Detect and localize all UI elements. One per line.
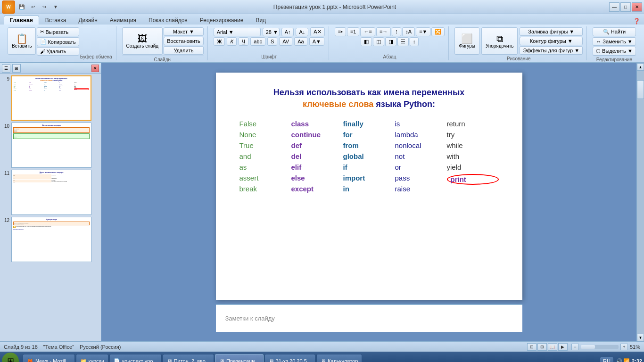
tab-home[interactable]: Главная bbox=[4, 16, 39, 25]
clear-format-btn[interactable]: A✕ bbox=[310, 27, 324, 36]
delete-btn[interactable]: Удалить bbox=[164, 46, 203, 55]
shape-effects-btn[interactable]: Эффекты для фигур ▼ bbox=[520, 46, 583, 55]
new-slide-btn[interactable]: 🖼 Создать слайд bbox=[122, 27, 163, 55]
titlebar-left: W 💾 ↩ ↪ ▼ bbox=[0, 0, 60, 14]
slide-item-12[interactable]: 12 Функция ввода name = input("Введите с… bbox=[2, 217, 99, 262]
kw-try: try bbox=[447, 131, 499, 139]
panel-view-btn1[interactable]: ☰ bbox=[2, 64, 10, 73]
slideshow-btn[interactable]: ▶ bbox=[558, 343, 568, 351]
bold-btn[interactable]: Ж bbox=[214, 37, 225, 46]
taskbar-folder[interactable]: 📁 курсач bbox=[76, 354, 109, 362]
align-right-btn[interactable]: ◨ bbox=[385, 37, 396, 46]
justify-btn[interactable]: ☰ bbox=[397, 37, 409, 46]
text-direction-btn[interactable]: ↕A bbox=[402, 27, 415, 36]
shadow-btn[interactable]: S bbox=[267, 37, 277, 46]
start-button[interactable]: ⊞ bbox=[2, 353, 19, 362]
taskbar-pp1[interactable]: 🖥 Питон_2_вво... bbox=[163, 354, 214, 362]
shape-fill-btn[interactable]: Заливка фигуры ▼ bbox=[520, 27, 583, 36]
save-quick-btn[interactable]: 💾 bbox=[17, 2, 26, 12]
slide-thumb-11[interactable]: Другие математические операции x+yСложен… bbox=[11, 170, 91, 215]
layout-btn[interactable]: Макет ▼ bbox=[164, 27, 203, 36]
panel-close-btn[interactable]: ✕ bbox=[91, 65, 99, 72]
format-painter-btn[interactable]: 🖌 Удалить bbox=[37, 47, 79, 56]
tab-review[interactable]: Рецензирование bbox=[194, 16, 250, 25]
reading-view-btn[interactable]: 📖 bbox=[548, 343, 557, 351]
numbered-list-btn[interactable]: ≡1 bbox=[347, 27, 360, 36]
taskbar-pp3[interactable]: 🖥 31-хз 20 20 5... bbox=[264, 354, 315, 362]
notes-area[interactable]: Заметки к слайду bbox=[216, 304, 522, 332]
tab-slideshow[interactable]: Показ слайдов bbox=[142, 16, 194, 25]
scroll-thumb[interactable] bbox=[637, 80, 644, 99]
zoom-in-btn[interactable]: + bbox=[620, 344, 628, 350]
font-size-decrease[interactable]: A↓ bbox=[296, 28, 308, 36]
kw-except: except bbox=[291, 185, 343, 193]
zoom-out-btn[interactable]: − bbox=[571, 344, 579, 350]
maximize-btn[interactable]: □ bbox=[620, 2, 631, 12]
font-name-selector[interactable]: Arial ▼ bbox=[214, 28, 261, 36]
main-area: ☰ ⊞ ✕ 9 Нельзя использовать как имена пе… bbox=[0, 63, 644, 341]
taskbar-mozilla[interactable]: 🦊 News - Mozill... bbox=[23, 354, 75, 362]
taskbar-pp2[interactable]: 🖥 Презентаци... bbox=[215, 354, 264, 362]
undo-btn[interactable]: ↩ bbox=[28, 2, 38, 12]
minimize-btn[interactable]: — bbox=[609, 2, 619, 12]
panel-view-btn2[interactable]: ⊞ bbox=[12, 64, 21, 73]
shape-outline-btn[interactable]: Контур фигуры ▼ bbox=[520, 37, 583, 45]
replace-btn[interactable]: ↔ Заменить ▼ bbox=[593, 37, 636, 46]
copy-btn[interactable]: 📄 Копировать bbox=[37, 37, 79, 46]
find-btn[interactable]: 🔍 Найти bbox=[593, 27, 636, 36]
editing-btns: 🔍 Найти ↔ Заменить ▼ ⬡ Выделить ▼ bbox=[593, 27, 636, 56]
bullet-list-btn[interactable]: ≡• bbox=[335, 27, 346, 36]
underline-btn[interactable]: Ч bbox=[239, 37, 248, 46]
redo-btn[interactable]: ↪ bbox=[40, 2, 49, 12]
align-left-btn[interactable]: ◧ bbox=[361, 37, 372, 46]
strikethrough-btn[interactable]: abc bbox=[250, 37, 265, 46]
slide-item-9[interactable]: 9 Нельзя использовать как имена переменн… bbox=[2, 75, 99, 121]
taskbar-doc1[interactable]: 📄 конспект уро... bbox=[109, 354, 162, 362]
language-btn[interactable]: RU bbox=[600, 357, 614, 362]
font-label: Шрифт bbox=[214, 53, 325, 59]
clipboard-label: Буфер обмена bbox=[80, 53, 112, 59]
slide-thumb-12[interactable]: Функция ввода name = input("Введите своё… bbox=[11, 217, 91, 262]
align-center-btn[interactable]: ◫ bbox=[373, 37, 384, 46]
italic-btn[interactable]: К bbox=[227, 37, 236, 46]
select-btn[interactable]: ⬡ Выделить ▼ bbox=[593, 47, 636, 56]
normal-view-btn[interactable]: ⊟ bbox=[527, 343, 537, 351]
slide-item-11[interactable]: 11 Другие математические операции x+yСло… bbox=[2, 170, 99, 215]
font-size-increase[interactable]: A↑ bbox=[281, 28, 294, 36]
customize-btn[interactable]: ▼ bbox=[51, 2, 60, 12]
taskbar-calc[interactable]: 🖥 Калькулятор bbox=[316, 354, 362, 362]
tab-insert[interactable]: Вставка bbox=[39, 16, 73, 25]
spacing-btn[interactable]: AV bbox=[279, 37, 292, 46]
arrange-btn[interactable]: ⧉ Упорядочить bbox=[481, 27, 518, 55]
slide-thumb-9[interactable]: Нельзя использовать как имена переменных… bbox=[11, 75, 91, 121]
zoom-slider[interactable] bbox=[581, 345, 619, 349]
slide-thumb-10[interactable]: Математические операции a = 7.8/2.67b = … bbox=[11, 123, 91, 168]
align-text-btn[interactable]: ≡▼ bbox=[416, 27, 430, 36]
scroll-up-btn[interactable]: ▲ bbox=[637, 63, 644, 71]
decrease-indent-btn[interactable]: ←≡ bbox=[360, 27, 375, 36]
tab-view[interactable]: Вид bbox=[249, 16, 272, 25]
doc1-icon: 📄 bbox=[114, 358, 120, 362]
tab-animation[interactable]: Анимация bbox=[104, 16, 142, 25]
reset-btn[interactable]: Восстановить bbox=[164, 37, 203, 45]
slides-list[interactable]: 9 Нельзя использовать как имена переменн… bbox=[0, 74, 101, 341]
smartart-btn[interactable]: 🔀 bbox=[431, 27, 445, 36]
case-btn[interactable]: Aa bbox=[294, 37, 307, 46]
font-color-btn[interactable]: A▼ bbox=[309, 37, 324, 46]
font-size-selector[interactable]: 28 ▼ bbox=[263, 28, 280, 36]
increase-indent-btn[interactable]: ≡→ bbox=[376, 27, 391, 36]
cut-btn[interactable]: ✂ Вырезать bbox=[37, 27, 79, 36]
shapes-btn[interactable]: ⬜ Фигуры bbox=[454, 27, 479, 55]
paste-btn[interactable]: 📋 Вставить bbox=[8, 27, 36, 55]
tab-design[interactable]: Дизайн bbox=[72, 16, 103, 25]
drawing-content: ⬜ Фигуры ⧉ Упорядочить Заливка фигуры ▼ … bbox=[454, 27, 583, 55]
slide-item-10[interactable]: 10 Математические операции a = 7.8/2.67b… bbox=[2, 123, 99, 168]
scroll-down-btn[interactable]: ▼ bbox=[637, 334, 644, 341]
columns-btn[interactable]: ⫶ bbox=[392, 27, 401, 36]
slides-group: 🖼 Создать слайд Макет ▼ Восстановить Уда… bbox=[118, 26, 208, 60]
slide-sorter-btn[interactable]: ⊞ bbox=[537, 343, 547, 351]
close-btn[interactable]: ✕ bbox=[632, 2, 642, 12]
clipboard-group: 📋 Вставить ✂ Вырезать 📄 Копировать 🖌 Уда… bbox=[4, 26, 116, 60]
help-icon[interactable]: ❓ bbox=[633, 18, 644, 25]
line-spacing-btn[interactable]: ↕ bbox=[410, 37, 419, 46]
